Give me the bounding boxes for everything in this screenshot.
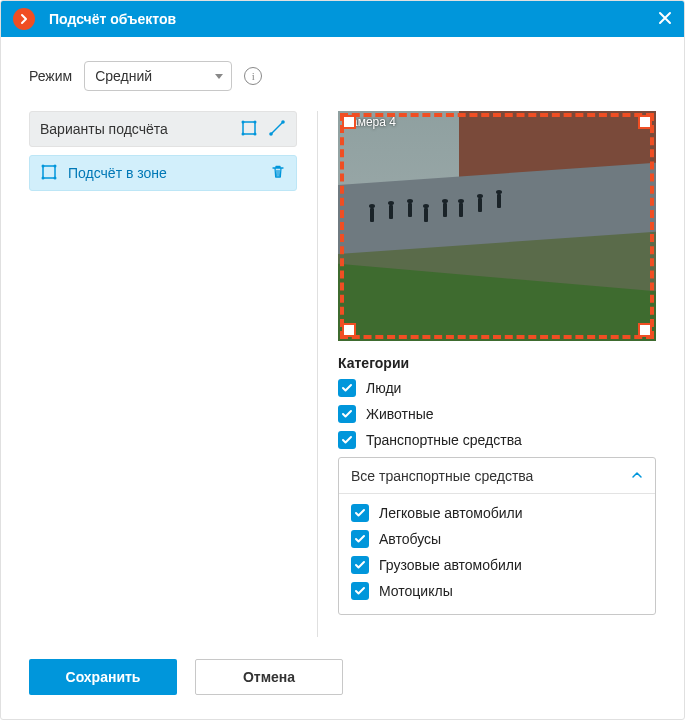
categories-section: Категории Люди Животные <box>338 355 656 615</box>
line-tool-icon[interactable] <box>268 119 286 140</box>
svg-rect-8 <box>43 166 55 178</box>
cancel-button-label: Отмена <box>243 669 295 685</box>
category-label: Животные <box>366 406 434 422</box>
chevron-up-icon <box>631 468 643 484</box>
checkbox-people[interactable] <box>338 379 356 397</box>
svg-rect-0 <box>243 122 255 134</box>
selection-handle-tr[interactable] <box>638 115 652 129</box>
vehicle-option-row: Мотоциклы <box>351 582 643 600</box>
svg-point-12 <box>54 176 57 179</box>
left-panel: Варианты подсчёта Подсчёт в зоне <box>29 111 297 637</box>
svg-point-4 <box>254 132 257 135</box>
camera-preview[interactable]: Камера 4 <box>338 111 656 341</box>
dialog-header: Подсчёт объектов <box>1 1 684 37</box>
mode-value: Средний <box>95 68 152 84</box>
variant-item-label: Подсчёт в зоне <box>68 165 270 181</box>
svg-point-10 <box>54 164 57 167</box>
vehicle-select-value: Все транспортные средства <box>351 468 631 484</box>
vehicle-option-label: Автобусы <box>379 531 441 547</box>
vehicle-option-label: Грузовые автомобили <box>379 557 522 573</box>
svg-point-3 <box>242 132 245 135</box>
vehicle-option-label: Мотоциклы <box>379 583 453 599</box>
svg-point-9 <box>42 164 45 167</box>
vehicle-type-select[interactable]: Все транспортные средства <box>339 458 655 494</box>
variant-item[interactable]: Подсчёт в зоне <box>29 155 297 191</box>
svg-line-5 <box>271 122 283 134</box>
mode-label: Режим <box>29 68 72 84</box>
category-row: Животные <box>338 405 656 423</box>
cancel-button[interactable]: Отмена <box>195 659 343 695</box>
category-label: Транспортные средства <box>366 432 522 448</box>
category-label: Люди <box>366 380 401 396</box>
app-icon <box>13 8 35 30</box>
checkbox-buses[interactable] <box>351 530 369 548</box>
selection-handle-tl[interactable] <box>342 115 356 129</box>
selection-handle-br[interactable] <box>638 323 652 337</box>
vehicle-group: Все транспортные средства Легковые автом… <box>338 457 656 615</box>
vehicle-option-label: Легковые автомобили <box>379 505 523 521</box>
vehicle-option-row: Грузовые автомобили <box>351 556 643 574</box>
dialog-body: Режим Средний i Варианты подсчёта Подсчё… <box>1 37 684 719</box>
mode-select[interactable]: Средний <box>84 61 232 91</box>
vehicle-options: Легковые автомобили Автобусы <box>339 494 655 614</box>
svg-point-1 <box>242 120 245 123</box>
mode-row: Режим Средний i <box>29 61 656 91</box>
variants-header: Варианты подсчёта <box>29 111 297 147</box>
svg-point-7 <box>281 120 285 124</box>
dialog-footer: Сохранить Отмена <box>29 637 656 695</box>
dialog-title: Подсчёт объектов <box>49 11 658 27</box>
selection-handle-bl[interactable] <box>342 323 356 337</box>
svg-point-2 <box>254 120 257 123</box>
close-icon[interactable] <box>658 9 672 30</box>
checkbox-trucks[interactable] <box>351 556 369 574</box>
vehicle-option-row: Автобусы <box>351 530 643 548</box>
selection-rectangle[interactable] <box>340 113 654 339</box>
svg-point-6 <box>269 132 273 136</box>
rectangle-icon <box>40 163 58 184</box>
vehicle-option-row: Легковые автомобили <box>351 504 643 522</box>
category-row: Транспортные средства <box>338 431 656 449</box>
delete-icon[interactable] <box>270 164 286 183</box>
checkbox-motorcycles[interactable] <box>351 582 369 600</box>
svg-point-11 <box>42 176 45 179</box>
checkbox-cars[interactable] <box>351 504 369 522</box>
save-button-label: Сохранить <box>66 669 141 685</box>
variants-header-label: Варианты подсчёта <box>40 121 230 137</box>
column-divider <box>317 111 318 637</box>
rectangle-tool-icon[interactable] <box>240 119 258 140</box>
category-row: Люди <box>338 379 656 397</box>
checkbox-animals[interactable] <box>338 405 356 423</box>
right-panel: Камера 4 Категории Люди <box>338 111 656 637</box>
categories-title: Категории <box>338 355 656 371</box>
info-icon[interactable]: i <box>244 67 262 85</box>
checkbox-vehicles[interactable] <box>338 431 356 449</box>
save-button[interactable]: Сохранить <box>29 659 177 695</box>
